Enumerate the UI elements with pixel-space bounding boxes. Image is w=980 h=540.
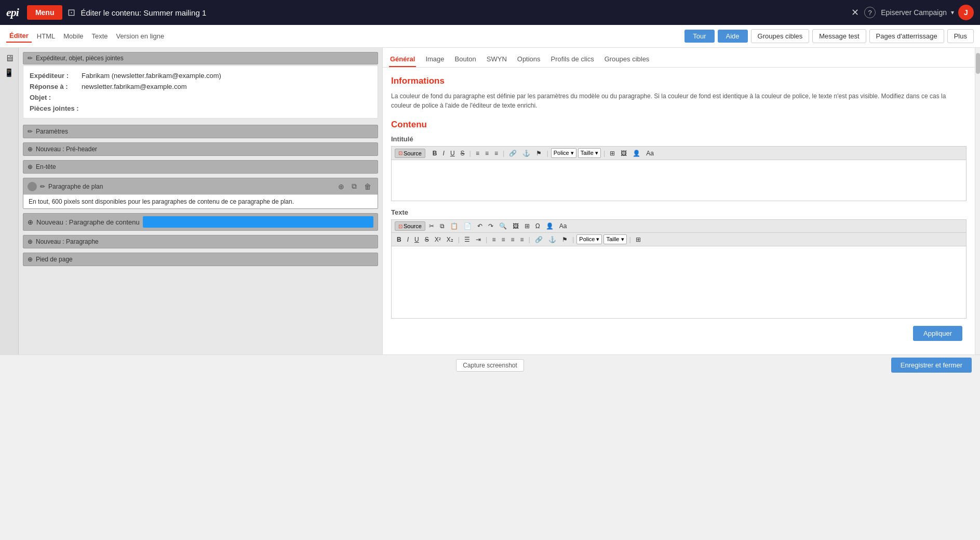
campaign-dropdown-arrow[interactable]: ▾ [951, 9, 954, 16]
underline-btn-1[interactable]: U [448, 149, 457, 158]
expediteur-bar[interactable]: ✏ Expéditeur, objet, pièces jointes [23, 52, 378, 64]
plus-button[interactable]: Plus [947, 29, 974, 43]
search-btn[interactable]: 🔍 [497, 221, 509, 231]
groupes-cibles-button[interactable]: Groupes cibles [751, 29, 810, 43]
police-dropdown-2[interactable]: Police ▾ [576, 234, 602, 244]
italic-btn-2[interactable]: I [405, 235, 411, 244]
police-dropdown-1[interactable]: Police ▾ [551, 148, 576, 158]
taille-dropdown-2[interactable]: Taille ▾ [603, 234, 626, 244]
intitule-editor-area[interactable] [391, 160, 966, 201]
tab-groupes-cibles[interactable]: Groupes cibles [603, 52, 651, 67]
aide-button[interactable]: Aide [718, 30, 748, 43]
grid-btn-1[interactable]: ⊞ [608, 149, 617, 158]
tab-version-en-ligne[interactable]: Version en ligne [113, 30, 168, 42]
tab-bouton[interactable]: Bouton [454, 52, 477, 67]
link-btn-1[interactable]: 🔗 [507, 149, 519, 158]
main-layout: 🖥 📱 ✏ Expéditeur, objet, pièces jointes … [0, 48, 980, 354]
list-btn[interactable]: ☰ [462, 235, 472, 244]
italic-btn-1[interactable]: I [441, 149, 447, 158]
anchor-btn-2[interactable]: ⚓ [546, 235, 558, 244]
special-btn[interactable]: Ω [533, 221, 542, 231]
nouveau-paragraphe-contenu-bar[interactable]: ⊕ Nouveau : Paragraphe de contenu [23, 213, 378, 231]
entete-bar[interactable]: ⊕ En-tête [23, 160, 378, 174]
flag-btn-1[interactable]: ⚑ [534, 149, 544, 158]
help-icon[interactable]: ? [864, 7, 876, 18]
tab-options[interactable]: Options [516, 52, 542, 67]
texte-source-btn[interactable]: ⊡ Source [395, 221, 425, 231]
texte-editor-area[interactable] [391, 246, 966, 319]
paragraphe-plan-block: ✏ Paragraphe de plan ⊕ ⧉ 🗑 En tout, 600 … [23, 178, 378, 209]
cut-btn[interactable]: ✂ [427, 221, 436, 231]
person-btn-2[interactable]: 👤 [544, 221, 556, 231]
grid-btn-2[interactable]: ⊞ [634, 235, 643, 244]
bold-btn-1[interactable]: B [431, 149, 439, 158]
anchor-btn-1[interactable]: ⚓ [520, 149, 532, 158]
save-close-button[interactable]: Enregistrer et fermer [891, 358, 972, 373]
font-btn-1[interactable]: Aa [644, 149, 656, 158]
link-btn-2[interactable]: 🔗 [533, 235, 545, 244]
copy-btn[interactable]: ⧉ [438, 221, 447, 231]
message-test-button[interactable]: Message test [812, 29, 866, 43]
police-label-2: Police [579, 236, 595, 242]
menu-button[interactable]: Menu [27, 5, 63, 20]
table-btn[interactable]: ⊞ [522, 221, 532, 231]
nouveau-preheader-bar[interactable]: ⊕ Nouveau : Pré-header [23, 142, 378, 156]
strikethrough-btn-2[interactable]: S [423, 235, 431, 244]
person-btn-1[interactable]: 👤 [630, 149, 642, 158]
pages-atterrissage-button[interactable]: Pages d'atterrissage [869, 29, 944, 43]
img-btn-2[interactable]: 🖼 [511, 221, 521, 231]
indent-btn[interactable]: ⇥ [474, 235, 483, 244]
trash-icon-plan[interactable]: 🗑 [362, 181, 373, 192]
scrollbar-right[interactable] [975, 48, 980, 354]
align-justify-2[interactable]: ≡ [518, 235, 526, 244]
strikethrough-btn-1[interactable]: S [459, 149, 467, 158]
tab-editer[interactable]: Éditer [6, 30, 32, 43]
close-icon[interactable]: ✕ [851, 7, 859, 18]
tab-general[interactable]: Général [389, 52, 416, 67]
parametres-bar[interactable]: ✏ Paramètres [23, 125, 378, 138]
appliquer-button[interactable]: Appliquer [913, 326, 962, 341]
align-right-2[interactable]: ≡ [509, 235, 517, 244]
align-center-2[interactable]: ≡ [500, 235, 507, 244]
pied-de-page-bar[interactable]: ⊕ Pied de page [23, 253, 378, 266]
subscript-btn[interactable]: X₂ [445, 235, 455, 244]
copy-icon-plan[interactable]: ⧉ [350, 181, 359, 192]
tour-button[interactable]: Tour [684, 30, 714, 43]
superscript-btn[interactable]: X² [433, 235, 443, 244]
desktop-icon[interactable]: 🖥 [5, 53, 14, 64]
underline-btn-2[interactable]: U [412, 235, 421, 244]
undo-btn[interactable]: ↶ [475, 221, 485, 231]
align-left-1[interactable]: ≡ [474, 149, 481, 158]
paste-plain-btn[interactable]: 📄 [462, 221, 474, 231]
paste-btn[interactable]: 📋 [448, 221, 460, 231]
tab-swyn[interactable]: SWYN [486, 52, 508, 67]
entete-label: En-tête [36, 163, 56, 170]
add-icon-plan[interactable]: ⊕ [336, 181, 346, 192]
intitule-source-btn[interactable]: ⊡ Source [395, 149, 425, 158]
nouveau-paragraphe-bar[interactable]: ⊕ Nouveau : Paragraphe [23, 235, 378, 248]
bold-btn-2[interactable]: B [395, 235, 404, 244]
font-btn-2[interactable]: Aa [557, 221, 569, 231]
mobile-icon[interactable]: 📱 [4, 68, 14, 77]
img-btn-1[interactable]: 🖼 [619, 149, 629, 158]
tab-image[interactable]: Image [424, 52, 445, 67]
tab-mobile[interactable]: Mobile [60, 30, 86, 42]
taille-dropdown-1[interactable]: Taille ▾ [578, 148, 601, 158]
capture-screenshot-button[interactable]: Capture screenshot [456, 359, 524, 372]
avatar[interactable]: J [958, 5, 974, 20]
topbar-right: Episerver Campaign ▾ J [881, 5, 974, 20]
tab-profils-clics[interactable]: Profils de clics [550, 52, 595, 67]
align-left-2[interactable]: ≡ [490, 235, 498, 244]
flag-btn-2[interactable]: ⚑ [560, 235, 570, 244]
tab-texte[interactable]: Texte [89, 30, 111, 42]
align-center-1[interactable]: ≡ [483, 149, 491, 158]
sep8: | [529, 235, 530, 243]
redo-btn[interactable]: ↷ [486, 221, 495, 231]
texte-toolbar-1: ⊡ Source ✂ ⧉ 📋 📄 ↶ ↷ 🔍 🖼 ⊞ Ω 👤 Aa [391, 219, 966, 232]
paragraphe-plan-header[interactable]: ✏ Paragraphe de plan ⊕ ⧉ 🗑 [23, 178, 378, 194]
tab-html[interactable]: HTML [34, 30, 58, 42]
align-right-1[interactable]: ≡ [492, 149, 500, 158]
preview-icon[interactable]: ⊡ [68, 7, 75, 18]
pencil-icon-2: ✏ [28, 128, 33, 135]
plus-circle-paragraphe: ⊕ [28, 238, 33, 245]
